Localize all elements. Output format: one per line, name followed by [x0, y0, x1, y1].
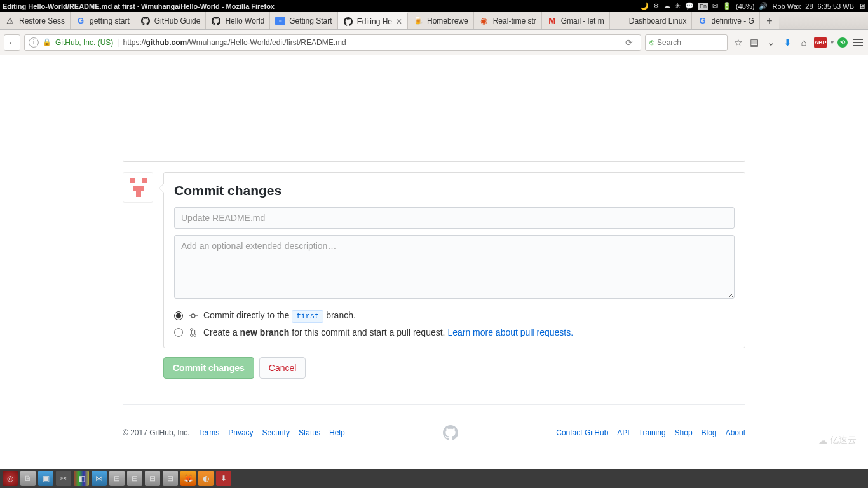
drive-icon[interactable]: ⊟ [127, 471, 142, 486]
new-tab-button[interactable]: + [760, 12, 779, 29]
browser-tabstrip: ⚠Restore Sess Ggetting start GitHub Guid… [0, 12, 868, 30]
ubuntu-icon: ◉ [479, 16, 489, 26]
radio-direct[interactable] [174, 311, 183, 320]
tray-icon[interactable]: ☁ [663, 2, 670, 10]
home-icon[interactable]: ⌂ [797, 36, 810, 49]
footer-link-contact[interactable]: Contact GitHub [556, 428, 608, 437]
warning-icon: ⚠ [5, 16, 15, 26]
tray-icon[interactable]: ❄ [653, 2, 659, 10]
drive-icon[interactable]: ⊟ [145, 471, 160, 486]
app-icon[interactable]: ◐ [198, 471, 214, 486]
commit-changes-button[interactable]: Commit changes [163, 357, 254, 379]
drive-icon[interactable]: ⊟ [109, 471, 125, 486]
copyright: © 2017 GitHub, Inc. [123, 428, 190, 437]
tab-getting-started[interactable]: Ggetting start [71, 12, 135, 29]
commit-summary-input[interactable] [174, 207, 735, 229]
app-icon[interactable]: ⬇ [216, 471, 231, 486]
reload-icon[interactable]: ⟳ [621, 37, 637, 48]
tab-hello-world[interactable]: Hello World [206, 12, 270, 29]
desktop-taskbar: ◎ 🗎 ▣ ✂ ◧ ⋈ ⊟ ⊟ ⊟ ⊟ 🦊 ◐ ⬇ [0, 469, 868, 488]
editor-area[interactable] [123, 55, 745, 162]
footer-link-security[interactable]: Security [262, 428, 290, 437]
tray-icon[interactable]: ✳ [675, 2, 681, 10]
tray-icon[interactable]: 💬 [685, 2, 694, 10]
tab-gmail[interactable]: MGmail - let m [542, 12, 610, 29]
info-icon[interactable]: i [29, 37, 39, 48]
avatar [123, 172, 153, 203]
footer-link-blog[interactable]: Blog [702, 428, 717, 437]
tab-editing-hello[interactable]: Editing He✕ [338, 12, 408, 29]
git-commit-icon [188, 311, 198, 321]
github-icon [343, 17, 353, 27]
git-pull-request-icon [188, 327, 198, 337]
commit-newbranch-option[interactable]: Create a new branch for this commit and … [174, 327, 735, 337]
homebrew-icon: 🍺 [413, 16, 423, 26]
footer-link-help[interactable]: Help [329, 428, 345, 437]
footer-link-shop[interactable]: Shop [675, 428, 693, 437]
footer-link-training[interactable]: Training [639, 428, 666, 437]
footer-link-api[interactable]: API [617, 428, 629, 437]
google-icon: G [76, 16, 86, 26]
footer-link-status[interactable]: Status [299, 428, 320, 437]
pocket-icon[interactable]: ⌄ [764, 36, 777, 49]
commit-description-input[interactable] [174, 235, 735, 299]
window-title: Editing Hello-World/README.md at first ·… [3, 3, 275, 10]
google-icon: G [697, 16, 707, 26]
volume-icon[interactable]: 🔊 [759, 2, 768, 10]
tray-icon[interactable]: ✉ [712, 2, 718, 10]
show-apps-icon[interactable]: ◎ [3, 471, 18, 486]
firefox-icon[interactable]: 🦊 [180, 471, 196, 486]
tab-github-guide[interactable]: GitHub Guide [135, 12, 207, 29]
blank-icon [615, 16, 625, 26]
footer-link-terms[interactable]: Terms [199, 428, 220, 437]
branch-name: first [292, 310, 323, 323]
monitor-icon[interactable]: 🖥 [858, 3, 865, 10]
search-engine-icon: ⎋ [649, 37, 654, 47]
menu-button[interactable] [851, 36, 864, 49]
app-icon[interactable]: ◧ [74, 471, 89, 486]
tab-homebrew[interactable]: 🍺Homebrewe [408, 12, 474, 29]
learn-more-link[interactable]: Learn more about pull requests. [447, 327, 573, 337]
os-menubar: Editing Hello-World/README.md at first ·… [0, 0, 868, 12]
battery-icon[interactable]: 🔋 [722, 2, 731, 10]
page-content: Commit changes Commit directly to the fi… [0, 55, 868, 469]
user-name[interactable]: Rob Wax [772, 3, 801, 10]
svg-point-5 [194, 334, 196, 337]
doc-icon: ≡ [275, 17, 285, 25]
radio-newbranch[interactable] [174, 328, 183, 337]
footer-link-privacy[interactable]: Privacy [228, 428, 253, 437]
tab-dashboard[interactable]: Dashboard Linux [610, 12, 693, 29]
chevron-down-icon[interactable]: ▾ [831, 39, 834, 46]
adblock-icon[interactable]: ABP [814, 37, 827, 48]
page-footer: © 2017 GitHub, Inc. Terms Privacy Securi… [123, 405, 745, 461]
tab-restore[interactable]: ⚠Restore Sess [0, 12, 71, 29]
close-icon[interactable]: ✕ [396, 17, 402, 26]
clock: 6:35:53 WB [818, 3, 854, 10]
watermark: ☁亿速云 [818, 435, 857, 446]
extension-icon[interactable]: ⟲ [837, 37, 848, 48]
bookmark-star-icon[interactable]: ☆ [731, 36, 744, 49]
footer-link-about[interactable]: About [726, 428, 745, 437]
github-mark-icon[interactable] [443, 425, 458, 440]
battery-text: (48%) [736, 3, 754, 10]
search-input[interactable] [657, 38, 714, 47]
address-bar[interactable]: i 🔒 GitHub, Inc. (US) | https://github.c… [24, 34, 641, 51]
downloads-icon[interactable]: ⬇ [781, 36, 794, 49]
app-icon[interactable]: ⋈ [92, 471, 107, 486]
library-icon[interactable]: ▤ [748, 36, 761, 49]
tray-icon[interactable]: 🌙 [640, 2, 649, 10]
tab-realtime[interactable]: ◉Real-time str [474, 12, 542, 29]
commit-direct-option[interactable]: Commit directly to the first branch. [174, 310, 735, 321]
tools-icon[interactable]: ✂ [56, 471, 71, 486]
app-icon[interactable]: ▣ [38, 471, 53, 486]
back-button[interactable]: ← [4, 34, 20, 51]
files-icon[interactable]: 🗎 [20, 471, 36, 486]
search-box[interactable]: ⎋ [645, 34, 728, 51]
cancel-button[interactable]: Cancel [259, 357, 306, 379]
gmail-icon: M [547, 16, 557, 26]
tray-icon[interactable]: En [698, 3, 708, 10]
lock-icon: 🔒 [43, 38, 51, 46]
tab-definitive[interactable]: Gdefinitive - G [692, 12, 759, 29]
drive-icon[interactable]: ⊟ [163, 471, 178, 486]
tab-getting-start-doc[interactable]: ≡Getting Start [270, 12, 337, 29]
